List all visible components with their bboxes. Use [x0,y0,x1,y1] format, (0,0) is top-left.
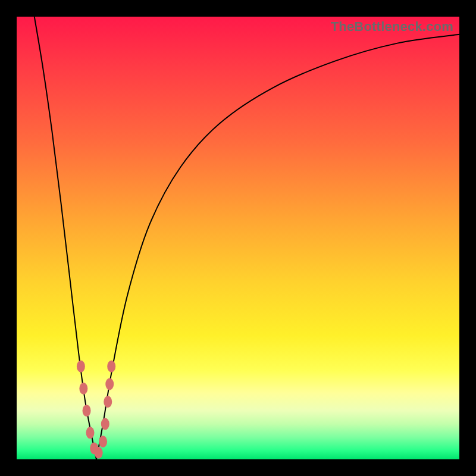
marker-point [107,361,115,372]
marker-layer [77,361,115,459]
marker-point [99,436,107,447]
chart-frame: TheBottleneck.com [0,0,476,476]
plot-area: TheBottleneck.com [17,17,459,459]
marker-point [86,427,95,439]
curve-left-branch [35,17,96,459]
marker-point [77,361,85,372]
marker-point [105,378,114,390]
marker-point [104,396,112,408]
marker-point [83,405,91,416]
marker-point [79,383,87,394]
curve-right-branch [96,35,459,459]
curve-layer [35,17,459,459]
marker-point [95,447,103,459]
marker-point [101,418,109,430]
chart-svg [17,17,459,459]
